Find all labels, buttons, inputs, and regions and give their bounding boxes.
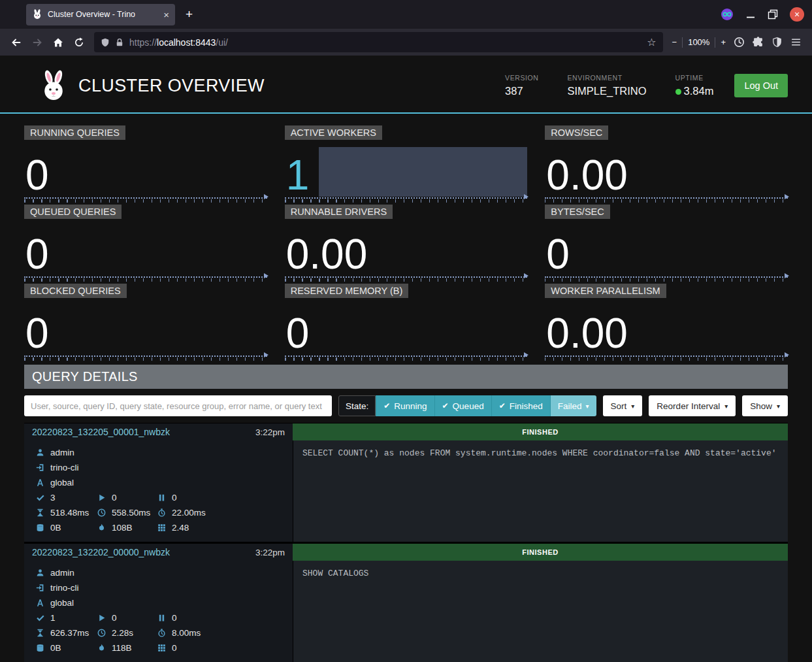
chevron-down-icon: ▾ xyxy=(586,403,589,410)
query-time: 3:22pm xyxy=(255,427,285,437)
parallelism: 2.48 xyxy=(172,523,189,533)
stat-value: 0.00 xyxy=(546,315,628,353)
lock-icon[interactable] xyxy=(115,38,124,47)
stat-active-workers: ACTIVE WORKERS 1 xyxy=(285,125,528,205)
queued-time: 626.37ms xyxy=(50,628,89,638)
chevron-down-icon: ▾ xyxy=(777,403,780,410)
bookmark-star-icon[interactable]: ☆ xyxy=(647,36,656,48)
protections-shield-icon[interactable] xyxy=(771,37,783,48)
stat-queued-queries: QUEUED QUERIES 0 xyxy=(24,205,267,284)
queued-time: 518.48ms xyxy=(50,508,89,518)
back-icon[interactable] xyxy=(7,33,26,52)
version-label: VERSION xyxy=(505,74,538,82)
queued-splits: 0 xyxy=(172,493,177,503)
environment-value: SIMPLE_TRINO xyxy=(568,85,647,97)
uptime-value: 3.84m xyxy=(684,85,714,97)
completed-splits: 1 xyxy=(50,613,56,623)
query-search-input[interactable] xyxy=(24,395,332,416)
window-minimize-icon[interactable] xyxy=(745,9,756,20)
stat-bytes-sec: BYTES/SEC 0 xyxy=(545,205,788,284)
check-icon: ✔ xyxy=(499,401,506,410)
query-card: 20220823_132202_00000_nwbzk 3:22pm FINIS… xyxy=(24,543,788,662)
browser-tab-bar: Cluster Overview - Trino × + × xyxy=(0,0,812,29)
show-dropdown[interactable]: Show▾ xyxy=(742,395,788,416)
sparkline xyxy=(24,276,267,282)
queued-splits-pause-icon xyxy=(157,614,166,622)
running-splits-play-icon xyxy=(97,493,106,502)
elapsed-time: 2.28s xyxy=(112,628,133,638)
query-resource-group: global xyxy=(50,478,74,488)
environment-meta: ENVIRONMENT SIMPLE_TRINO xyxy=(568,74,647,97)
stat-value: 0 xyxy=(286,315,310,353)
window-close-icon[interactable]: × xyxy=(790,7,804,22)
filter-queued-button[interactable]: ✔Queued xyxy=(434,395,491,416)
cluster-meta: VERSION 387 ENVIRONMENT SIMPLE_TRINO UPT… xyxy=(505,74,713,97)
query-resource-group: global xyxy=(50,598,74,608)
filter-failed-dropdown[interactable]: Failed▾ xyxy=(550,395,596,416)
cumulative-memory: 118B xyxy=(112,643,132,653)
zoom-in-button[interactable]: + xyxy=(721,37,726,47)
query-source: trino-cli xyxy=(50,583,79,593)
cpu-time-stopwatch-icon xyxy=(157,629,166,637)
reorder-interval-dropdown[interactable]: Reorder Interval▾ xyxy=(649,395,736,416)
query-id-link[interactable]: 20220823_132205_00001_nwbzk xyxy=(32,427,170,437)
sparkline xyxy=(24,356,267,361)
menu-hamburger-icon[interactable] xyxy=(790,37,802,48)
query-status-badge: FINISHED xyxy=(293,544,788,561)
stat-label: BYTES/SEC xyxy=(545,205,609,219)
permissions-shield-icon[interactable] xyxy=(101,38,110,47)
filter-running-button[interactable]: ✔Running xyxy=(376,395,434,416)
sparkline xyxy=(24,197,267,203)
source-signin-icon xyxy=(36,463,44,472)
containers-icon[interactable] xyxy=(721,8,734,21)
cluster-header: CLUSTER OVERVIEW VERSION 387 ENVIRONMENT… xyxy=(0,56,812,114)
cpu-time: 8.00ms xyxy=(172,628,201,638)
url-bar[interactable]: https://localhost:8443/ui/ ☆ xyxy=(94,32,663,52)
zoom-level[interactable]: 100% xyxy=(688,37,709,47)
tab-close-icon[interactable]: × xyxy=(163,9,169,20)
query-details-header: QUERY DETAILS xyxy=(24,365,788,389)
zoom-out-button[interactable]: − xyxy=(672,37,677,47)
stat-value: 0 xyxy=(25,236,49,274)
trino-favicon-icon xyxy=(32,9,42,20)
stat-label: WORKER PARALLELISM xyxy=(545,284,666,298)
tab-title: Cluster Overview - Trino xyxy=(48,10,158,19)
forward-icon[interactable] xyxy=(27,33,47,52)
sort-dropdown[interactable]: Sort▾ xyxy=(603,395,643,416)
query-sql-text: SHOW CATALOGS xyxy=(293,561,788,662)
completed-splits: 3 xyxy=(50,493,56,503)
parallelism: 0 xyxy=(172,643,177,653)
query-status-badge: FINISHED xyxy=(293,423,788,440)
stat-value: 0 xyxy=(25,157,49,195)
page-title: CLUSTER OVERVIEW xyxy=(78,76,265,96)
url-protocol: https:// xyxy=(129,37,157,48)
query-id-link[interactable]: 20220823_132202_00000_nwbzk xyxy=(32,547,170,557)
cpu-time-stopwatch-icon xyxy=(157,508,166,517)
reload-icon[interactable] xyxy=(69,33,89,52)
window-restore-icon[interactable] xyxy=(768,9,778,20)
stat-value: 0 xyxy=(546,236,570,274)
stat-value: 0 xyxy=(25,315,49,353)
version-meta: VERSION 387 xyxy=(505,74,538,97)
filter-finished-button[interactable]: ✔Finished xyxy=(491,395,550,416)
queued-splits-pause-icon xyxy=(157,493,166,502)
stat-value: 0.00 xyxy=(286,236,368,274)
history-clock-icon[interactable] xyxy=(734,37,745,48)
resource-group-icon xyxy=(36,478,44,487)
state-filter-group: State: ✔Running ✔Queued ✔Finished Failed… xyxy=(338,395,596,416)
stat-label: QUEUED QUERIES xyxy=(24,205,122,219)
chevron-down-icon: ▾ xyxy=(724,403,728,410)
stat-runnable-drivers: RUNNABLE DRIVERS 0.00 xyxy=(285,205,528,284)
running-splits: 0 xyxy=(112,493,117,503)
cpu-time: 22.00ms xyxy=(172,508,206,518)
uptime-status-dot xyxy=(675,89,681,95)
parallelism-grid-icon xyxy=(157,644,166,652)
logout-button[interactable]: Log Out xyxy=(734,74,788,97)
resource-group-icon xyxy=(36,599,44,607)
elapsed-time-clock-icon xyxy=(97,629,106,637)
browser-tab[interactable]: Cluster Overview - Trino × xyxy=(26,4,175,25)
home-icon[interactable] xyxy=(48,33,68,52)
extension-icon[interactable] xyxy=(753,37,764,48)
new-tab-button[interactable]: + xyxy=(186,7,193,22)
stat-value: 0.00 xyxy=(546,157,628,195)
